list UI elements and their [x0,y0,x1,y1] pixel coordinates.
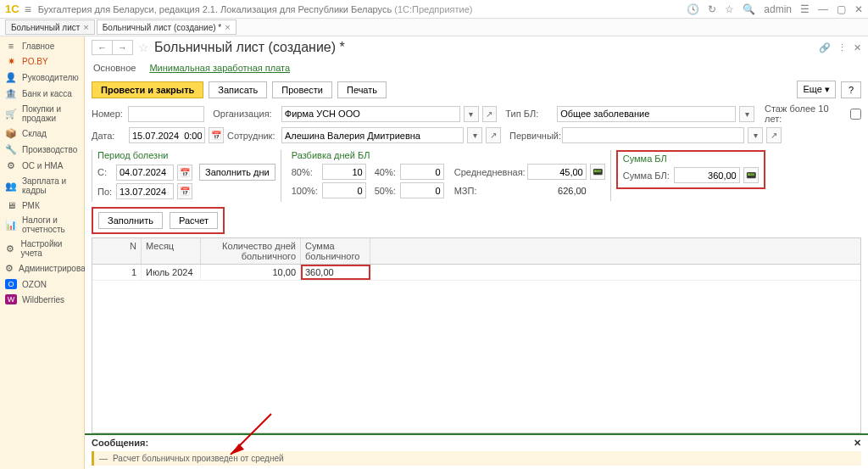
primary-input[interactable] [562,127,744,143]
messages-title: Сообщения: [92,438,148,449]
bell-icon[interactable]: 🕓 [687,3,699,15]
write-button[interactable]: Записать [209,81,267,98]
fill-days-button[interactable]: Заполнить дни [199,164,275,181]
primary-label: Первичный: [509,131,559,141]
group-title: Период болезни [97,150,275,160]
emp-label: Сотрудник: [227,131,278,141]
close-page-icon[interactable]: ✕ [854,42,861,53]
sidebar-item-warehouse[interactable]: 📦Склад [0,126,84,142]
sidebar-item-ozon[interactable]: OOZON [0,276,84,292]
sidebar-item-wb[interactable]: WWildberries [0,292,84,307]
post-button[interactable]: Провести [272,81,332,98]
sidebar-item-rmk[interactable]: 🖥РМК [0,198,84,213]
calendar-icon[interactable]: 📅 [177,165,192,181]
more-button[interactable]: Еще ▾ [797,81,835,98]
dropdown-icon[interactable]: ▾ [748,127,763,143]
close-icon[interactable]: × [225,22,230,32]
p100-label: 100%: [292,186,319,196]
menu-icon[interactable]: ≡ [25,3,31,16]
sidebar-item-tax[interactable]: 📊Налоги и отчетность [0,213,84,237]
type-input[interactable] [557,106,736,122]
sidebar-item-trade[interactable]: 🛒Покупки и продажи [0,102,84,126]
back-button[interactable]: ← [92,41,113,54]
sidebar-item-main[interactable]: ≡Главное [0,38,84,53]
open-icon[interactable]: ↗ [766,127,782,143]
org-input[interactable] [281,106,460,122]
table-body[interactable]: 1 Июль 2024 10,00 360,00 [92,265,860,433]
dropdown-icon[interactable]: ▾ [739,106,754,122]
sidebar: ≡Главное ✷PO.BY 👤Руководителю 🏦Банк и ка… [0,36,85,469]
kebab-icon[interactable]: ⋮ [837,42,847,53]
open-icon[interactable]: ↗ [482,106,498,122]
th-n: N [92,238,142,264]
subtab-main[interactable]: Основное [92,60,137,75]
message-text: Расчет больничных произведен от средней [113,454,284,463]
calc-icon[interactable]: 📟 [590,164,605,180]
type-label: Тип БЛ: [505,109,554,119]
link-icon[interactable]: 🔗 [819,42,831,53]
sidebar-item-bank[interactable]: 🏦Банк и касса [0,86,84,102]
avg-input[interactable] [527,164,587,180]
avg-label: Среднедневная: [454,167,524,177]
p80-input[interactable] [322,164,366,180]
sidebar-item-settings[interactable]: ⚙Настройки учета [0,237,84,260]
dropdown-icon[interactable]: ▾ [464,106,479,122]
from-input[interactable] [116,165,174,181]
favorite-icon[interactable]: ☆ [138,41,149,54]
post-close-button[interactable]: Провести и закрыть [92,81,203,98]
user-label: admin [764,3,792,15]
maximize-icon[interactable]: ▢ [837,3,846,15]
sidebar-item-payroll[interactable]: 👥Зарплата и кадры [0,174,84,198]
help-button[interactable]: ? [841,81,861,98]
sidebar-item-manager[interactable]: 👤Руководителю [0,70,84,86]
sum-input[interactable] [674,167,740,183]
calc-icon[interactable]: 📟 [743,167,759,183]
history-icon[interactable]: ↻ [708,3,716,15]
close-messages-icon[interactable]: ✕ [854,438,861,449]
search-icon[interactable]: 🔍 [743,3,755,15]
p50-input[interactable] [400,182,444,198]
table: N Месяц Количество дней больничного Сумм… [92,237,861,433]
to-input[interactable] [116,183,174,199]
app-logo-icon: 1C [5,3,19,15]
gear-icon: ⚙ [5,160,17,171]
minimize-icon[interactable]: — [818,3,828,15]
app-title: Бухгалтерия для Беларуси, редакция 2.1. … [38,4,687,14]
open-icon[interactable]: ↗ [486,127,501,143]
close-icon[interactable]: × [83,22,88,32]
p40-input[interactable] [400,164,444,180]
calendar-icon[interactable]: 📅 [209,127,224,143]
p100-input[interactable] [322,182,366,198]
page-title: Больничный лист (создание) * [154,40,814,55]
tab-item-active[interactable]: Больничный лист (создание) *× [97,20,236,35]
menu-icon[interactable]: ☰ [800,3,810,15]
group-period: Период болезни С: 📅 Заполнить дни По: 📅 [92,150,281,202]
emp-input[interactable] [281,127,464,143]
calendar-icon[interactable]: 📅 [177,183,192,199]
dropdown-icon[interactable]: ▾ [467,127,482,143]
sidebar-item-production[interactable]: 🔧Производство [0,142,84,158]
tabs-bar: Больничный лист× Больничный лист (создан… [0,19,868,36]
tab-item[interactable]: Больничный лист× [5,20,95,35]
forward-button[interactable]: → [113,41,132,54]
message-item[interactable]: — Расчет больничных произведен от средне… [92,451,861,466]
number-input[interactable] [128,106,204,122]
group-breakdown: Разбивка дней БЛ 80%: 40%: Среднедневная… [287,150,611,201]
close-window-icon[interactable]: ✕ [854,3,863,15]
over10-checkbox[interactable] [850,109,861,120]
table-row[interactable]: 1 Июль 2024 10,00 360,00 [92,265,860,281]
org-label: Организация: [213,109,278,119]
fill-button[interactable]: Заполнить [98,212,163,229]
groups: Период болезни С: 📅 Заполнить дни По: 📅 … [85,148,868,204]
sidebar-item-assets[interactable]: ⚙ОС и НМА [0,158,84,174]
sum-label: Сумма БЛ: [623,170,670,181]
print-button[interactable]: Печать [337,81,387,98]
cell-month: Июль 2024 [142,265,201,280]
subtab-minwage[interactable]: Минимальная заработная плата [147,60,292,75]
calc-button[interactable]: Расчет [170,212,218,229]
star-icon[interactable]: ☆ [725,3,734,15]
sidebar-item-admin[interactable]: ⚙Администрирование [0,260,84,276]
sidebar-item-poby[interactable]: ✷PO.BY [0,53,84,70]
star-icon: ✷ [5,56,17,67]
date-input[interactable] [129,127,205,143]
